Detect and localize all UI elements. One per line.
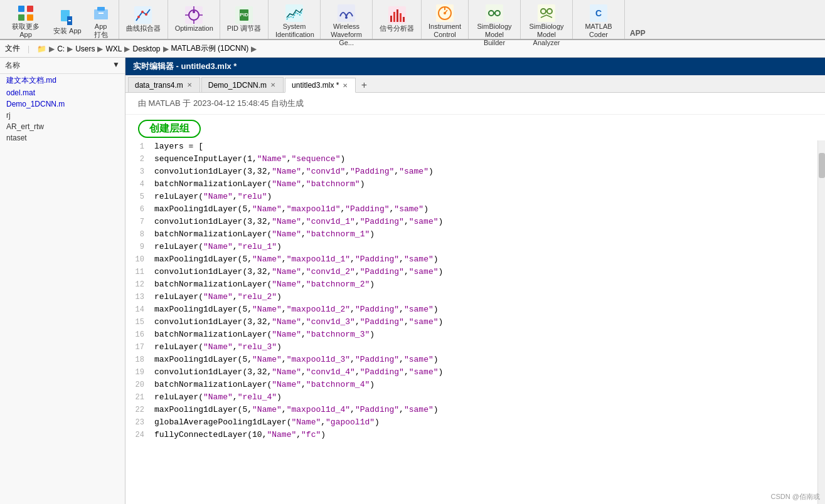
instrument-control-section: InstrumentControl bbox=[422, 0, 469, 39]
line-number: 3 bbox=[132, 165, 154, 178]
add-tab-button[interactable]: + bbox=[357, 78, 371, 92]
code-editor-wrapper: 1layers = [2 sequenceInputLayer(1,"Name"… bbox=[125, 140, 825, 504]
svg-rect-2 bbox=[18, 14, 24, 21]
matlab-coder-button[interactable]: C MATLAB Coder bbox=[577, 3, 620, 40]
svg-text:C: C bbox=[595, 8, 602, 18]
breadcrumb-matlab-project[interactable]: MATLAB示例 (1DCNN) bbox=[171, 43, 249, 54]
tab-untitled3[interactable]: untitled3.mlx * ✕ bbox=[285, 78, 356, 93]
pid-button[interactable]: PID PID 调节器 bbox=[224, 4, 264, 34]
signal-analyzer-label: 信号分析器 bbox=[380, 24, 414, 33]
optimization-button[interactable]: Optimization bbox=[172, 4, 216, 34]
watermark: CSDN @佰南或 bbox=[771, 492, 820, 501]
code-line: 22 maxPooling1dLayer(5,"Name","maxpool1d… bbox=[132, 404, 811, 416]
simbiology-analyzer-button[interactable]: SimBiologyModel Analyzer bbox=[524, 3, 568, 49]
wireless-button[interactable]: WirelessWaveform Ge... bbox=[324, 3, 368, 49]
instrument-control-button[interactable]: InstrumentControl bbox=[425, 3, 464, 40]
code-line: 4 batchNormalizationLayer("Name","batchn… bbox=[132, 178, 811, 191]
curve-fit-button[interactable]: 曲线拟合器 bbox=[123, 4, 164, 34]
svg-point-12 bbox=[141, 11, 144, 13]
code-line: 12 batchNormalizationLayer("Name","batch… bbox=[132, 278, 811, 291]
svg-point-11 bbox=[137, 16, 140, 18]
signal-analyzer-section: 信号分析器 bbox=[373, 0, 422, 39]
install-app-button[interactable]: 安装 App bbox=[50, 7, 85, 36]
toolbar-wrapper: 获取更多 App 安装 App bbox=[0, 0, 825, 40]
wireless-icon bbox=[337, 4, 356, 23]
simbiology-analyzer-icon bbox=[537, 4, 556, 23]
close-tab-data-trans[interactable]: ✕ bbox=[186, 81, 193, 88]
tab-data-trans[interactable]: data_trans4.m ✕ bbox=[128, 77, 200, 92]
svg-point-37 bbox=[444, 12, 446, 14]
section-label-badge: 创建层组 bbox=[138, 120, 201, 138]
svg-rect-8 bbox=[97, 7, 105, 11]
code-line: 8 batchNormalizationLayer("Name","batchn… bbox=[132, 228, 811, 241]
instrument-control-label: InstrumentControl bbox=[428, 23, 461, 39]
code-line: 7 convolution1dLayer(3,32,"Name","conv1d… bbox=[132, 216, 811, 228]
breadcrumb-users[interactable]: Users bbox=[75, 45, 95, 53]
line-number: 12 bbox=[132, 278, 154, 291]
install-app-icon bbox=[58, 8, 77, 27]
simbiology-builder-button[interactable]: SimBiologyModel Builder bbox=[472, 3, 516, 49]
simbiology-builder-label: SimBiologyModel Builder bbox=[476, 23, 513, 48]
simbiology-builder-icon bbox=[485, 4, 504, 23]
sidebar-sort-icon[interactable]: ▼ bbox=[112, 60, 120, 69]
left-items-row: 获取更多 App 安装 App bbox=[0, 0, 119, 43]
sidebar-item-demo[interactable]: Demo_1DCNN.m bbox=[0, 98, 125, 110]
code-line: 3 convolution1dLayer(3,32,"Name","conv1d… bbox=[132, 165, 811, 178]
main-area: 名称 ▼ 建文本文档.md odel.mat Demo_1DCNN.m rj A… bbox=[0, 58, 825, 504]
system-id-button[interactable]: SystemIdentification bbox=[272, 3, 316, 40]
system-id-section: SystemIdentification bbox=[269, 0, 321, 39]
sidebar-item-rj[interactable]: rj bbox=[0, 110, 125, 121]
close-tab-untitled3[interactable]: ✕ bbox=[341, 82, 349, 89]
line-number: 20 bbox=[132, 379, 154, 391]
system-id-icon bbox=[285, 4, 304, 23]
line-number: 10 bbox=[132, 253, 154, 266]
close-tab-demo[interactable]: ✕ bbox=[269, 81, 277, 88]
get-more-app-button[interactable]: 获取更多 App bbox=[4, 3, 48, 40]
line-number: 23 bbox=[132, 416, 154, 429]
editor-titlebar: 实时编辑器 - untitled3.mlx * bbox=[125, 58, 825, 75]
breadcrumb-wxl[interactable]: WXL bbox=[105, 45, 122, 53]
line-number: 15 bbox=[132, 316, 154, 328]
code-area[interactable]: 1layers = [2 sequenceInputLayer(1,"Name"… bbox=[125, 140, 817, 504]
section-header: 创建层组 bbox=[125, 115, 825, 140]
code-line: 16 batchNormalizationLayer("Name","batch… bbox=[132, 328, 811, 341]
breadcrumb-icon: 📁 bbox=[37, 45, 46, 53]
left-toolbar-section: 获取更多 App 安装 App bbox=[0, 0, 119, 39]
code-line: 5 reluLayer("Name","relu") bbox=[132, 191, 811, 203]
matlab-coder-section: C MATLAB Coder bbox=[573, 0, 625, 39]
sidebar-item-md[interactable]: 建文本文档.md bbox=[0, 74, 125, 87]
nav-item-file[interactable]: 文件 bbox=[5, 43, 20, 54]
scrollbar[interactable] bbox=[817, 140, 825, 504]
sidebar-item-mat[interactable]: odel.mat bbox=[0, 87, 125, 98]
simbiology-analyzer-label: SimBiologyModel Analyzer bbox=[528, 23, 565, 48]
sidebar-item-ar[interactable]: AR_ert_rtw bbox=[0, 121, 125, 132]
tabs-bar: data_trans4.m ✕ Demo_1DCNN.m ✕ untitled3… bbox=[125, 75, 825, 93]
svg-rect-28 bbox=[390, 16, 392, 22]
line-number: 2 bbox=[132, 153, 154, 165]
signal-analyzer-button[interactable]: 信号分析器 bbox=[376, 4, 417, 34]
line-number: 13 bbox=[132, 291, 154, 303]
svg-point-26 bbox=[345, 16, 348, 19]
code-line: 17 reluLayer("Name","relu_3") bbox=[132, 341, 811, 354]
svg-rect-42 bbox=[538, 4, 555, 22]
svg-rect-7 bbox=[94, 9, 108, 19]
svg-rect-30 bbox=[397, 9, 398, 22]
sidebar-item-ntaset[interactable]: ntaset bbox=[0, 132, 125, 144]
line-number: 5 bbox=[132, 191, 154, 203]
wireless-label: WirelessWaveform Ge... bbox=[327, 23, 365, 48]
code-line: 24 fullyConnectedLayer(10,"Name","fc") bbox=[132, 429, 811, 441]
line-number: 8 bbox=[132, 228, 154, 241]
svg-rect-29 bbox=[393, 12, 395, 22]
tab-demo[interactable]: Demo_1DCNN.m ✕ bbox=[201, 77, 284, 92]
app-pack-button[interactable]: App打包 bbox=[87, 3, 115, 40]
wireless-section: WirelessWaveform Ge... bbox=[321, 0, 373, 39]
breadcrumb-c[interactable]: C: bbox=[57, 45, 65, 53]
code-line: 11 convolution1dLayer(3,32,"Name","conv1… bbox=[132, 266, 811, 278]
scroll-thumb[interactable] bbox=[819, 153, 825, 178]
code-line: 20 batchNormalizationLayer("Name","batch… bbox=[132, 379, 811, 391]
line-number: 22 bbox=[132, 404, 154, 416]
simbiology-builder-section: SimBiologyModel Builder bbox=[469, 0, 521, 39]
install-app-label: 安装 App bbox=[53, 27, 82, 35]
breadcrumb-desktop[interactable]: Desktop bbox=[132, 45, 160, 53]
svg-rect-25 bbox=[338, 4, 355, 22]
